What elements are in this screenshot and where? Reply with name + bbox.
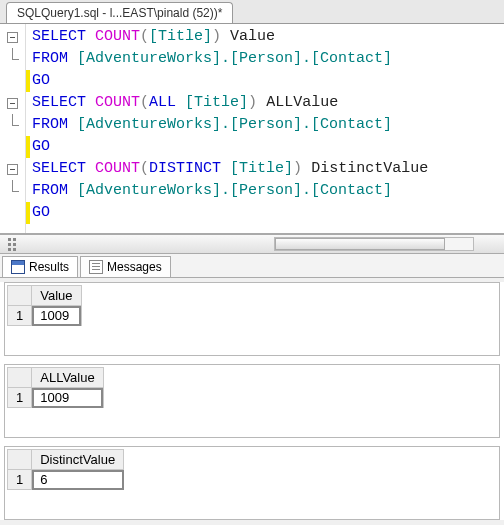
result-table[interactable]: DistinctValue 1 6 [7,449,124,490]
sql-editor[interactable]: SELECT COUNT([Title]) Value FROM [Advent… [0,24,504,234]
code-line[interactable]: FROM [AdventureWorks].[Person].[Contact] [26,48,504,70]
result-grid: ALLValue 1 1009 [4,364,500,438]
code-line[interactable]: SELECT COUNT(ALL [Title]) ALLValue [26,92,504,114]
results-pane: Value 1 1009 ALLValue 1 1009 DistinctVal… [0,282,504,520]
code-line[interactable]: FROM [AdventureWorks].[Person].[Contact] [26,180,504,202]
code-line[interactable]: SELECT COUNT(DISTINCT [Title]) DistinctV… [26,158,504,180]
table-row[interactable]: 1 1009 [8,388,104,408]
pane-splitter[interactable] [0,234,504,254]
cell-value[interactable]: 6 [32,470,124,490]
grid-icon [11,260,25,274]
result-table[interactable]: ALLValue 1 1009 [7,367,104,408]
fold-minus-icon[interactable] [7,164,18,175]
document-tab-bar: SQLQuery1.sql - l...EAST\pinald (52))* [0,0,504,24]
row-number[interactable]: 1 [8,388,32,408]
code-line[interactable]: GO [26,136,504,158]
code-area[interactable]: SELECT COUNT([Title]) Value FROM [Advent… [26,24,504,233]
code-line[interactable]: GO [26,202,504,224]
result-table[interactable]: Value 1 1009 [7,285,82,326]
table-row[interactable]: 1 1009 [8,306,82,326]
fold-connector-icon [7,114,18,136]
fold-minus-icon[interactable] [7,32,18,43]
column-header[interactable]: ALLValue [32,368,103,388]
scrollbar-thumb[interactable] [275,238,445,250]
tab-messages[interactable]: Messages [80,256,171,277]
cell-value[interactable]: 1009 [32,306,81,326]
row-number[interactable]: 1 [8,470,32,490]
grip-icon [8,238,16,250]
grid-corner[interactable] [8,368,32,388]
fold-gutter [0,24,26,233]
results-tab-bar: Results Messages [0,254,504,278]
tab-results-label: Results [29,260,69,274]
fold-minus-icon[interactable] [7,98,18,109]
result-grid: DistinctValue 1 6 [4,446,500,520]
table-row[interactable]: 1 6 [8,470,124,490]
file-tab-label: SQLQuery1.sql - l...EAST\pinald (52))* [17,6,222,20]
grid-corner[interactable] [8,450,32,470]
fold-connector-icon [7,180,18,202]
cell-value[interactable]: 1009 [32,388,103,408]
tab-results[interactable]: Results [2,256,78,277]
row-number[interactable]: 1 [8,306,32,326]
file-tab[interactable]: SQLQuery1.sql - l...EAST\pinald (52))* [6,2,233,23]
grid-corner[interactable] [8,286,32,306]
result-grid: Value 1 1009 [4,282,500,356]
column-header[interactable]: Value [32,286,81,306]
messages-icon [89,260,103,274]
code-line[interactable]: FROM [AdventureWorks].[Person].[Contact] [26,114,504,136]
horizontal-scrollbar[interactable] [274,237,474,251]
code-line[interactable]: GO [26,70,504,92]
code-line[interactable]: SELECT COUNT([Title]) Value [26,26,504,48]
tab-messages-label: Messages [107,260,162,274]
fold-connector-icon [7,48,18,70]
column-header[interactable]: DistinctValue [32,450,124,470]
